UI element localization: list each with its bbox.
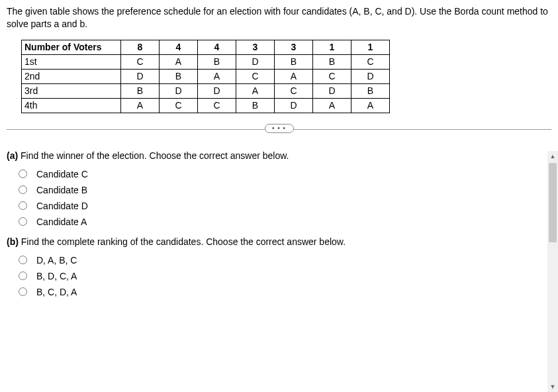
vertical-scrollbar[interactable]: ▲ ▼ <box>547 151 558 392</box>
pref-cell: A <box>236 83 275 98</box>
question-b: (b) Find the complete ranking of the can… <box>7 236 551 297</box>
question-b-text: (b) Find the complete ranking of the can… <box>7 236 551 247</box>
voter-count: 4 <box>198 40 236 54</box>
scroll-thumb[interactable] <box>549 163 557 242</box>
option-label: Candidate B <box>36 185 87 195</box>
pref-cell: C <box>236 69 275 83</box>
scroll-down-arrow-icon[interactable]: ▼ <box>547 381 558 392</box>
voter-count: 3 <box>236 40 275 54</box>
pref-cell: C <box>275 83 313 98</box>
pref-cell: A <box>160 54 198 69</box>
rank-label: 3rd <box>22 83 121 98</box>
radio-icon <box>19 185 27 194</box>
table-row: 4th A C C B D A A <box>22 98 390 113</box>
pref-cell: C <box>121 54 160 69</box>
pref-cell: A <box>198 69 236 83</box>
table-header-row: Number of Voters 8 4 4 3 3 1 1 <box>22 40 390 54</box>
pref-cell: B <box>198 54 236 69</box>
pref-cell: B <box>160 69 198 83</box>
option-label: D, A, B, C <box>36 255 77 266</box>
voter-count: 1 <box>351 40 390 54</box>
preference-table: Number of Voters 8 4 4 3 3 1 1 1st C A B… <box>21 40 551 113</box>
pref-cell: B <box>351 83 390 98</box>
pref-cell: B <box>121 83 160 98</box>
rank-label: 2nd <box>22 69 121 83</box>
pref-cell: A <box>313 98 351 113</box>
part-b-label: (b) <box>7 236 19 247</box>
part-b-prompt: Find the complete ranking of the candida… <box>19 236 346 247</box>
option-label: B, D, C, A <box>36 271 77 281</box>
pref-cell: C <box>351 54 390 69</box>
header-label: Number of Voters <box>22 40 121 54</box>
pref-cell: D <box>121 69 160 83</box>
option-b-1[interactable]: D, A, B, C <box>15 255 551 266</box>
pref-cell: D <box>160 83 198 98</box>
voter-count: 8 <box>121 40 160 54</box>
rank-label: 4th <box>22 98 121 113</box>
option-a-1[interactable]: Candidate C <box>15 169 551 179</box>
option-label: Candidate D <box>36 201 88 211</box>
question-a: (a) Find the winner of the election. Cho… <box>7 150 551 227</box>
pref-cell: B <box>236 98 275 113</box>
pref-cell: B <box>275 54 313 69</box>
pref-cell: D <box>198 83 236 98</box>
pref-cell: D <box>351 69 390 83</box>
option-b-3[interactable]: B, C, D, A <box>15 287 551 297</box>
pref-cell: C <box>160 98 198 113</box>
pref-cell: D <box>313 83 351 98</box>
pref-cell: C <box>313 69 351 83</box>
intro-text: The given table shows the preference sch… <box>7 5 551 30</box>
pref-cell: A <box>275 69 313 83</box>
pref-cell: C <box>198 98 236 113</box>
radio-icon <box>19 256 27 264</box>
pref-cell: A <box>121 98 160 113</box>
question-a-text: (a) Find the winner of the election. Cho… <box>7 150 551 161</box>
option-a-2[interactable]: Candidate B <box>15 185 551 195</box>
table-row: 3rd B D D A C D B <box>22 83 390 98</box>
expand-pill-button[interactable]: • • • <box>265 124 294 133</box>
radio-icon <box>19 201 27 210</box>
part-a-prompt: Find the winner of the election. Choose … <box>18 150 289 161</box>
radio-icon <box>19 271 27 280</box>
table-row: 1st C A B D B B C <box>22 54 390 69</box>
option-a-4[interactable]: Candidate A <box>15 217 551 227</box>
option-label: Candidate C <box>36 169 88 179</box>
pref-cell: D <box>275 98 313 113</box>
scroll-up-arrow-icon[interactable]: ▲ <box>547 151 558 162</box>
option-label: B, C, D, A <box>36 287 77 297</box>
voter-count: 4 <box>160 40 198 54</box>
voter-count: 3 <box>275 40 313 54</box>
pref-cell: B <box>313 54 351 69</box>
rank-label: 1st <box>22 54 121 69</box>
pref-cell: D <box>236 54 275 69</box>
table-row: 2nd D B A C A C D <box>22 69 390 83</box>
radio-icon <box>19 217 27 226</box>
radio-icon <box>19 287 27 296</box>
radio-icon <box>19 170 27 178</box>
pref-cell: A <box>351 98 390 113</box>
option-b-2[interactable]: B, D, C, A <box>15 271 551 281</box>
voter-count: 1 <box>313 40 351 54</box>
option-a-3[interactable]: Candidate D <box>15 201 551 211</box>
part-a-label: (a) <box>7 150 18 161</box>
option-label: Candidate A <box>36 217 87 227</box>
